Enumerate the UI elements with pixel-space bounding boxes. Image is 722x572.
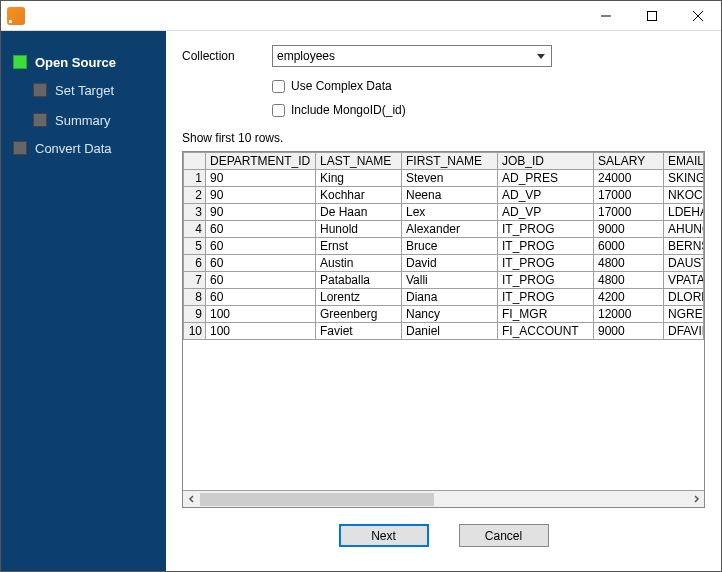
cell: Diana — [402, 289, 498, 306]
column-header[interactable]: JOB_ID — [498, 153, 594, 170]
cell: FI_MGR — [498, 306, 594, 323]
cell: DLORENTZ — [664, 289, 704, 306]
collection-label: Collection — [182, 49, 272, 63]
cell: 9000 — [594, 221, 664, 238]
cell: NGREENBE — [664, 306, 704, 323]
row-number: 5 — [184, 238, 206, 255]
cell: IT_PROG — [498, 255, 594, 272]
cell: De Haan — [316, 204, 402, 221]
cell: 60 — [206, 238, 316, 255]
cell: Kochhar — [316, 187, 402, 204]
cell: SKING — [664, 170, 704, 187]
app-icon — [7, 7, 25, 25]
step-indicator-icon — [13, 141, 27, 155]
step-label: Summary — [55, 113, 111, 128]
cell: 60 — [206, 221, 316, 238]
table-row[interactable]: 290KochharNeenaAD_VP17000NKOCHHAR — [184, 187, 704, 204]
cell: 24000 — [594, 170, 664, 187]
cell: Alexander — [402, 221, 498, 238]
cell: 100 — [206, 306, 316, 323]
use-complex-data-label: Use Complex Data — [291, 79, 392, 93]
row-number: 8 — [184, 289, 206, 306]
cell: IT_PROG — [498, 289, 594, 306]
table-row[interactable]: 860LorentzDianaIT_PROG4200DLORENTZ — [184, 289, 704, 306]
cell: FI_ACCOUNT — [498, 323, 594, 340]
cell: 17000 — [594, 187, 664, 204]
titlebar — [1, 1, 721, 31]
table-row[interactable]: 760PataballaValliIT_PROG4800VPATABAL — [184, 272, 704, 289]
row-number: 10 — [184, 323, 206, 340]
table-row[interactable]: 390De HaanLexAD_VP17000LDEHAAN — [184, 204, 704, 221]
column-header[interactable]: SALARY — [594, 153, 664, 170]
step-label: Convert Data — [35, 141, 112, 156]
table-row[interactable]: 10100FavietDanielFI_ACCOUNT9000DFAVIET — [184, 323, 704, 340]
cell: 6000 — [594, 238, 664, 255]
scroll-left-icon[interactable] — [183, 491, 200, 508]
row-number: 6 — [184, 255, 206, 272]
cell: AD_PRES — [498, 170, 594, 187]
include-mongoid-label: Include MongoID(_id) — [291, 103, 406, 117]
horizontal-scrollbar[interactable] — [183, 490, 704, 507]
cell: 60 — [206, 272, 316, 289]
cell: AHUNOLD — [664, 221, 704, 238]
column-header[interactable]: DEPARTMENT_ID — [206, 153, 316, 170]
scrollbar-track[interactable] — [200, 491, 687, 508]
row-number: 3 — [184, 204, 206, 221]
collection-value: employees — [277, 49, 335, 63]
row-number: 9 — [184, 306, 206, 323]
svg-rect-1 — [648, 11, 657, 20]
row-header-blank — [184, 153, 206, 170]
include-mongoid-checkbox[interactable] — [272, 104, 285, 117]
scrollbar-thumb[interactable] — [200, 493, 434, 506]
step-indicator-icon — [13, 55, 27, 69]
cancel-button-label: Cancel — [485, 529, 522, 543]
cell: 9000 — [594, 323, 664, 340]
next-button[interactable]: Next — [339, 524, 429, 547]
cell: 4800 — [594, 272, 664, 289]
use-complex-data-checkbox[interactable] — [272, 80, 285, 93]
cell: Bruce — [402, 238, 498, 255]
cell: David — [402, 255, 498, 272]
column-header[interactable]: LAST_NAME — [316, 153, 402, 170]
cell: 90 — [206, 170, 316, 187]
cell: 60 — [206, 255, 316, 272]
wizard-sidebar: Open Source Set Target Summary Convert D… — [1, 31, 166, 571]
cell: BERNST — [664, 238, 704, 255]
cell: LDEHAAN — [664, 204, 704, 221]
column-header[interactable]: EMAIL — [664, 153, 704, 170]
step-summary[interactable]: Summary — [1, 105, 166, 135]
maximize-button[interactable] — [629, 1, 675, 31]
table-row[interactable]: 660AustinDavidIT_PROG4800DAUSTIN — [184, 255, 704, 272]
table-row[interactable]: 9100GreenbergNancyFI_MGR12000NGREENBE — [184, 306, 704, 323]
cell: DAUSTIN — [664, 255, 704, 272]
step-indicator-icon — [33, 83, 47, 97]
cell: Valli — [402, 272, 498, 289]
table-row[interactable]: 560ErnstBruceIT_PROG6000BERNST — [184, 238, 704, 255]
scroll-right-icon[interactable] — [687, 491, 704, 508]
cell: AD_VP — [498, 204, 594, 221]
cell: Steven — [402, 170, 498, 187]
minimize-button[interactable] — [583, 1, 629, 31]
step-convert-data[interactable]: Convert Data — [1, 135, 166, 161]
cell: IT_PROG — [498, 221, 594, 238]
table-row[interactable]: 460HunoldAlexanderIT_PROG9000AHUNOLD — [184, 221, 704, 238]
step-open-source[interactable]: Open Source — [1, 49, 166, 75]
data-grid: DEPARTMENT_IDLAST_NAMEFIRST_NAMEJOB_IDSA… — [182, 151, 705, 508]
chevron-down-icon — [537, 54, 545, 59]
cell: 90 — [206, 204, 316, 221]
cancel-button[interactable]: Cancel — [459, 524, 549, 547]
close-button[interactable] — [675, 1, 721, 31]
table-row[interactable]: 190KingStevenAD_PRES24000SKING — [184, 170, 704, 187]
cell: 4800 — [594, 255, 664, 272]
data-table: DEPARTMENT_IDLAST_NAMEFIRST_NAMEJOB_IDSA… — [183, 152, 704, 340]
cell: 4200 — [594, 289, 664, 306]
collection-dropdown[interactable]: employees — [272, 45, 552, 67]
cell: Pataballa — [316, 272, 402, 289]
row-number: 1 — [184, 170, 206, 187]
cell: 60 — [206, 289, 316, 306]
column-header[interactable]: FIRST_NAME — [402, 153, 498, 170]
cell: NKOCHHAR — [664, 187, 704, 204]
cell: Hunold — [316, 221, 402, 238]
cell: Faviet — [316, 323, 402, 340]
step-set-target[interactable]: Set Target — [1, 75, 166, 105]
